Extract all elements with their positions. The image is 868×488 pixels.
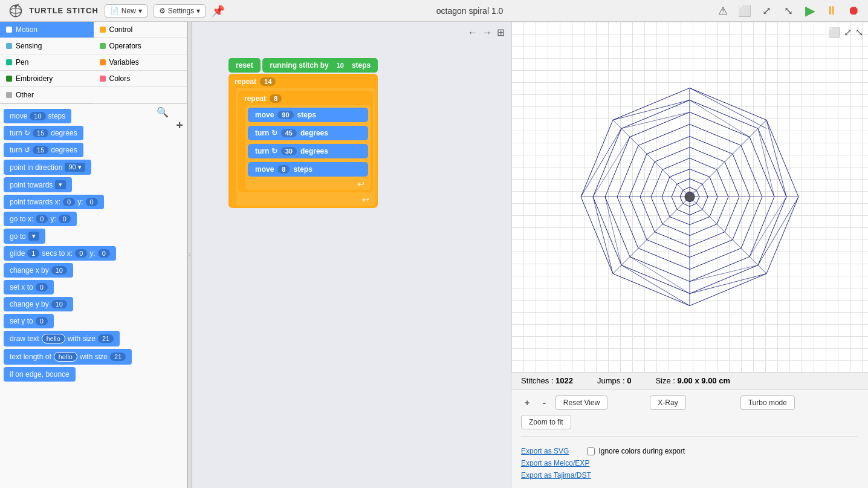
turn-ccw-value[interactable]: 15: [33, 146, 48, 154]
settings-button[interactable]: ⚙ Settings ▾: [154, 4, 206, 18]
text-length-val1[interactable]: hello: [54, 352, 77, 362]
category-control[interactable]: Control: [94, 22, 187, 38]
move-value[interactable]: 10: [30, 112, 45, 120]
view-monitor-button[interactable]: ⬜: [828, 27, 840, 38]
text-length-block[interactable]: text length of hello with size 21: [4, 349, 132, 365]
category-motion[interactable]: Motion: [0, 22, 94, 38]
glide-y[interactable]: 0: [98, 249, 110, 258]
expand-button[interactable]: ⤢: [758, 2, 775, 19]
category-embroidery[interactable]: Embroidery: [0, 71, 94, 87]
point-towards-xy-block[interactable]: point towards x: 0 y: 0: [4, 195, 104, 209]
script-move8-value[interactable]: 8: [277, 165, 290, 174]
category-colors-label: Colors: [109, 74, 131, 83]
change-y-value[interactable]: 10: [51, 300, 67, 308]
x-ray-button[interactable]: X-Ray: [650, 395, 685, 410]
script-outer-repeat[interactable]: repeat 14 repeat 8 move: [228, 74, 378, 208]
new-button[interactable]: 📄 New ▾: [105, 4, 147, 18]
glide-block[interactable]: glide 1 secs to x: 0 y: 0: [4, 246, 116, 261]
fullscreen-button[interactable]: ⤡: [780, 2, 797, 19]
view-fit-button[interactable]: ⤡: [855, 27, 863, 38]
stop-button[interactable]: ⏺: [845, 2, 862, 19]
turn-ccw-block[interactable]: turn ↺ 15 degrees: [4, 143, 83, 157]
go-to-block[interactable]: go to ▾: [4, 229, 45, 244]
script-reset-block[interactable]: reset: [228, 58, 261, 73]
turn-cw-value[interactable]: 15: [33, 129, 48, 137]
set-x-block[interactable]: set x to 0: [4, 280, 54, 294]
change-x-block[interactable]: change x by 10: [4, 263, 73, 278]
script-move90-block[interactable]: move 90 steps: [248, 108, 368, 122]
script-turn30-suffix: degrees: [300, 147, 328, 155]
reset-view-button[interactable]: Reset View: [555, 395, 607, 410]
script-turn45-block[interactable]: turn ↻ 45 degrees: [248, 126, 368, 140]
go-to-xy-block[interactable]: go to x: 0 y: 0: [4, 212, 77, 226]
inner-repeat-value[interactable]: 8: [270, 94, 282, 103]
category-pen[interactable]: Pen: [0, 54, 94, 71]
undo-button[interactable]: ←: [468, 27, 478, 38]
search-button[interactable]: 🔍: [157, 106, 169, 118]
script-stitch-value[interactable]: 10: [332, 61, 348, 70]
turbo-mode-button[interactable]: Turbo mode: [740, 395, 795, 410]
script-toolbar: ← → ⊞: [468, 27, 505, 38]
set-y-value[interactable]: 0: [36, 317, 48, 325]
script-turn30-block[interactable]: turn ↻ 30 degrees: [248, 144, 368, 158]
glide-val1[interactable]: 1: [27, 249, 39, 258]
pause-button[interactable]: ⏸: [823, 2, 840, 19]
go-to-y-value[interactable]: 0: [59, 215, 71, 223]
script-turn30-value[interactable]: 30: [281, 147, 297, 155]
warning-button[interactable]: ⚠: [714, 2, 731, 19]
glide-x[interactable]: 0: [75, 249, 87, 258]
view-expand-button[interactable]: ⤢: [844, 27, 852, 38]
text-length-size[interactable]: 21: [110, 353, 126, 361]
change-y-block[interactable]: change y by 10: [4, 297, 73, 311]
go-to-dropdown[interactable]: ▾: [28, 232, 39, 241]
move-block[interactable]: move 10 steps: [4, 109, 71, 123]
change-x-value[interactable]: 10: [51, 266, 67, 275]
if-on-edge-block[interactable]: if on edge, bounce: [4, 367, 76, 382]
set-x-value[interactable]: 0: [36, 283, 48, 291]
outer-repeat-value[interactable]: 14: [260, 77, 276, 86]
category-other-dot: [6, 92, 12, 98]
turn-cw-block[interactable]: turn ↻ 15 degrees: [4, 126, 83, 140]
category-other-label: Other: [16, 91, 34, 99]
zoom-to-fit-button[interactable]: Zoom to fit: [521, 415, 571, 429]
left-scrollbar[interactable]: ⋮: [187, 22, 192, 488]
export-tajima-link[interactable]: Export as Tajima/DST: [521, 471, 591, 480]
script-turn45-value[interactable]: 45: [281, 129, 297, 137]
svg-line-29: [581, 129, 621, 197]
draw-text-block[interactable]: draw text hello with size 21: [4, 331, 120, 346]
point-dir-dropdown[interactable]: 90 ▾: [65, 163, 85, 172]
export-melco-link[interactable]: Export as Melco/EXP: [521, 459, 589, 467]
category-operators[interactable]: Operators: [94, 38, 187, 54]
script-inner-repeat[interactable]: repeat 8 move 90 steps: [238, 91, 373, 192]
go-to-x-value[interactable]: 0: [36, 215, 48, 223]
category-colors[interactable]: Colors: [94, 71, 187, 87]
export-row-2: Export as Melco/EXP: [521, 459, 858, 467]
ignore-colors-label[interactable]: Ignore colors during export: [587, 447, 685, 455]
category-variables[interactable]: Variables: [94, 54, 187, 71]
point-towards-block[interactable]: point towards ▾: [4, 177, 72, 192]
draw-text-size[interactable]: 21: [98, 334, 114, 343]
ignore-colors-checkbox[interactable]: [587, 447, 595, 455]
zoom-in-button[interactable]: +: [521, 397, 533, 409]
category-other[interactable]: Other: [0, 87, 94, 103]
point-dir-block[interactable]: point in direction 90 ▾: [4, 160, 91, 175]
pin-button[interactable]: 📌: [212, 4, 225, 18]
redo-button[interactable]: →: [482, 27, 492, 38]
zoom-out-button[interactable]: -: [539, 397, 549, 409]
script-move90-value[interactable]: 90: [277, 111, 293, 119]
set-y-block[interactable]: set y to 0: [4, 314, 54, 328]
add-button[interactable]: +: [176, 119, 183, 132]
draw-text-val1[interactable]: hello: [42, 334, 65, 343]
point-towards-y-value[interactable]: 0: [86, 198, 98, 206]
grid-button[interactable]: ⊞: [497, 27, 505, 38]
monitor-button[interactable]: ⬜: [736, 2, 753, 19]
view-controls-row: + - Reset View X-Ray Turbo mode: [521, 395, 858, 410]
run-button[interactable]: ▶: [802, 2, 818, 19]
turn-ccw-label: turn ↺: [10, 146, 30, 154]
category-sensing[interactable]: Sensing: [0, 38, 94, 54]
point-towards-x-value[interactable]: 0: [63, 198, 75, 206]
export-svg-link[interactable]: Export as SVG: [521, 447, 569, 455]
script-running-stitch-block[interactable]: running stitch by 10 steps: [262, 58, 378, 73]
point-towards-dropdown[interactable]: ▾: [55, 180, 66, 189]
script-move8-block[interactable]: move 8 steps: [248, 162, 368, 177]
